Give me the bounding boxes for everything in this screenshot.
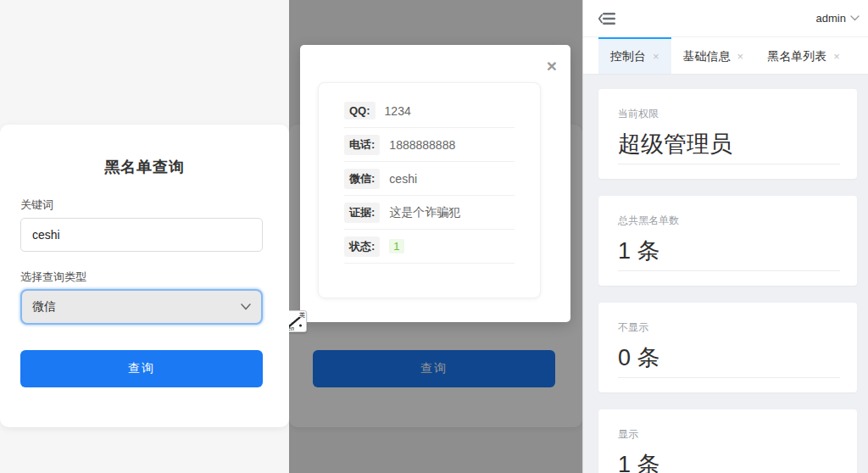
user-dropdown[interactable]: admin <box>816 12 860 25</box>
status-label-badge: 状态: <box>344 236 380 257</box>
tab-basic-info[interactable]: 基础信息 × <box>671 37 756 74</box>
keyword-label: 关键词 <box>20 198 53 213</box>
query-form-card: 黑名单查询 关键词 选择查询类型 微信 查询 <box>0 125 289 427</box>
stat-label: 总共黑名单数 <box>618 214 840 228</box>
tab-label: 控制台 <box>610 49 646 64</box>
stat-value: 超级管理员 <box>618 129 840 159</box>
divider <box>618 377 840 378</box>
detail-row-qq: QQ: 1234 <box>344 94 515 128</box>
result-modal: × QQ: 1234 电话: 1888888888 微信: ceshi 证据: … <box>300 45 570 322</box>
evidence-value: 这是个诈骗犯 <box>389 205 460 220</box>
chevron-down-icon <box>241 303 251 310</box>
phone-value: 1888888888 <box>389 138 455 152</box>
close-icon[interactable]: × <box>833 51 840 62</box>
evidence-label-badge: 证据: <box>344 203 380 223</box>
ime-lang-cn: 英 <box>299 311 305 320</box>
query-type-selected-value: 微信 <box>32 299 241 314</box>
qq-value: 1234 <box>385 104 411 118</box>
keyword-input[interactable] <box>20 218 263 252</box>
screen: 黑名单查询 关键词 选择查询类型 微信 查询 查询 × QQ: 1234 <box>0 0 868 473</box>
detail-row-status: 状态: 1 <box>344 230 515 264</box>
query-button[interactable]: 查询 <box>20 350 263 387</box>
stat-card-permission: 当前权限 超级管理员 <box>598 89 857 179</box>
wechat-value: ceshi <box>389 172 417 186</box>
detail-row-phone: 电话: 1888888888 <box>344 128 515 162</box>
tab-blacklist[interactable]: 黑名单列表 × <box>755 37 852 74</box>
sidebar-collapse-icon[interactable] <box>598 11 617 26</box>
detail-row-wechat: 微信: ceshi <box>344 162 515 196</box>
query-form-panel: 黑名单查询 关键词 选择查询类型 微信 查询 <box>0 0 289 473</box>
ime-lang-en: en <box>289 326 294 331</box>
query-type-select[interactable]: 微信 <box>20 289 263 325</box>
ime-indicator: 英 en <box>289 310 307 332</box>
tab-label: 黑名单列表 <box>767 49 826 64</box>
stat-label: 当前权限 <box>618 107 840 121</box>
admin-panel: admin 控制台 × 基础信息 × 黑名单列表 × 当前权限 <box>582 0 868 473</box>
stat-label: 不显示 <box>618 320 840 335</box>
close-icon[interactable]: × <box>547 57 557 75</box>
divider <box>618 164 840 164</box>
stat-label: 显示 <box>618 427 840 442</box>
page-title: 黑名单查询 <box>0 157 289 177</box>
admin-header: admin <box>583 0 868 37</box>
tab-label: 基础信息 <box>683 49 731 64</box>
tab-bar: 控制台 × 基础信息 × 黑名单列表 × <box>583 37 868 75</box>
username: admin <box>816 12 846 25</box>
query-result-panel: 查询 × QQ: 1234 电话: 1888888888 微信: ceshi <box>289 0 582 473</box>
qq-label-badge: QQ: <box>344 102 376 120</box>
stat-card-total: 总共黑名单数 1 条 <box>598 196 857 286</box>
detail-row-evidence: 证据: 这是个诈骗犯 <box>344 196 515 230</box>
divider <box>618 270 840 271</box>
wechat-label-badge: 微信: <box>344 169 380 189</box>
result-detail-card: QQ: 1234 电话: 1888888888 微信: ceshi 证据: 这是… <box>318 82 541 298</box>
stat-value: 1 条 <box>618 449 840 473</box>
close-icon[interactable]: × <box>737 51 744 62</box>
query-type-label: 选择查询类型 <box>20 270 86 285</box>
stat-value: 0 条 <box>618 342 840 373</box>
chevron-down-icon <box>850 15 860 21</box>
stat-value: 1 条 <box>618 236 840 266</box>
dashboard-content: 当前权限 超级管理员 总共黑名单数 1 条 不显示 0 条 显示 1 条 <box>583 75 868 473</box>
stat-card-shown: 显示 1 条 <box>598 409 857 473</box>
status-badge: 1 <box>389 239 403 253</box>
close-icon[interactable]: × <box>653 51 659 62</box>
stat-card-hidden: 不显示 0 条 <box>598 303 857 392</box>
phone-label-badge: 电话: <box>344 135 380 155</box>
tab-console[interactable]: 控制台 × <box>598 37 671 74</box>
